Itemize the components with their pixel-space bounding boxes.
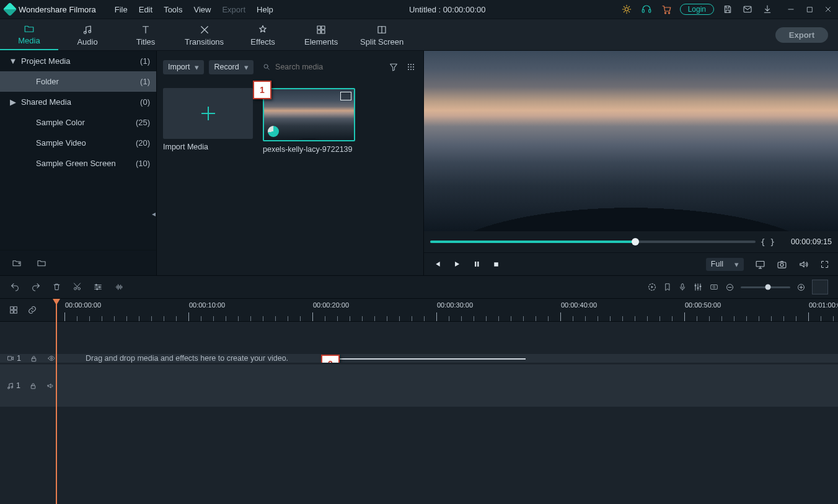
sidebar-item-sample-video[interactable]: Sample Video(20) <box>0 133 156 153</box>
volume-icon[interactable] <box>798 259 809 270</box>
tab-audio[interactable]: Audio <box>58 24 117 50</box>
keyframe-button[interactable] <box>709 283 719 291</box>
tab-media[interactable]: Media <box>0 23 58 50</box>
snapshot-icon[interactable] <box>777 259 787 270</box>
preview-quality-dropdown[interactable]: Full▾ <box>706 258 744 271</box>
brand-name: Wondershare Filmora <box>19 5 96 14</box>
time-ruler[interactable]: 00:00:00:0000:00:10:0000:00:20:0000:00:3… <box>64 299 838 321</box>
delete-button[interactable] <box>52 282 61 292</box>
svg-rect-12 <box>322 30 325 33</box>
audio-mixer-button[interactable] <box>693 282 703 292</box>
svg-rect-40 <box>711 285 718 290</box>
import-media-card[interactable]: Import Media <box>163 88 253 151</box>
zoom-out-button[interactable] <box>725 283 734 292</box>
support-icon[interactable] <box>640 3 653 15</box>
audio-track[interactable]: 1 <box>0 364 838 407</box>
preview-player: { } 00:00:09:15 Full▾ <box>424 51 838 275</box>
svg-point-21 <box>408 69 409 70</box>
import-dropdown[interactable]: Import ▾ <box>163 60 204 74</box>
tab-titles[interactable]: Titles <box>117 24 175 50</box>
tab-transitions[interactable]: Transitions <box>175 24 234 50</box>
cut-button[interactable] <box>73 282 82 292</box>
panel-collapse-handle[interactable]: ◂ <box>152 210 156 218</box>
filter-icon[interactable] <box>387 62 400 72</box>
media-clip-label: pexels-kelly-lacy-9722139 <box>263 145 353 154</box>
prev-frame-button[interactable] <box>433 260 441 268</box>
tab-elements[interactable]: Elements <box>292 24 350 50</box>
sidebar-item-folder[interactable]: Folder(1) <box>0 71 156 92</box>
adjust-button[interactable] <box>93 282 103 292</box>
lock-icon[interactable] <box>29 382 37 390</box>
message-icon[interactable] <box>741 3 754 15</box>
menu-help[interactable]: Help <box>252 2 278 17</box>
search-field[interactable] <box>258 60 382 74</box>
zoom-slider[interactable] <box>741 286 790 288</box>
stop-button[interactable] <box>492 260 500 268</box>
media-sidebar: ▼Project Media(1)Folder(1)▶Shared Media(… <box>0 51 157 275</box>
sidebar-item-project-media[interactable]: ▼Project Media(1) <box>0 51 156 71</box>
svg-rect-39 <box>700 286 702 287</box>
new-folder-icon[interactable] <box>11 258 22 268</box>
video-track[interactable]: 1 Drag and drop media and effects here t… <box>0 354 838 363</box>
minimize-icon[interactable] <box>785 3 797 15</box>
fullscreen-icon[interactable] <box>820 260 829 269</box>
svg-point-23 <box>413 69 414 70</box>
search-input[interactable] <box>274 62 378 72</box>
login-button[interactable]: Login <box>680 4 714 15</box>
menu-edit[interactable]: Edit <box>134 2 157 17</box>
pause-button[interactable] <box>472 260 481 268</box>
grid-view-icon[interactable] <box>405 62 417 72</box>
redo-button[interactable] <box>31 282 41 292</box>
undo-button[interactable] <box>10 282 20 292</box>
sidebar-item-shared-media[interactable]: ▶Shared Media(0) <box>0 92 156 112</box>
timeline-view-button[interactable] <box>812 280 828 294</box>
download-icon[interactable] <box>761 3 774 15</box>
seek-knob-icon[interactable] <box>632 238 639 245</box>
drop-hint: Drag and drop media and effects here to … <box>86 354 288 363</box>
save-icon[interactable] <box>721 3 734 15</box>
plus-icon <box>201 107 215 120</box>
lock-icon[interactable] <box>30 355 38 363</box>
svg-point-4 <box>668 12 669 14</box>
search-icon <box>263 63 270 71</box>
record-dropdown[interactable]: Record ▾ <box>209 60 253 74</box>
close-icon[interactable] <box>822 3 834 15</box>
callout-two: 2 <box>321 355 340 363</box>
tab-effects[interactable]: Effects <box>234 24 292 50</box>
manage-tracks-icon[interactable] <box>9 305 19 315</box>
sidebar-item-sample-green-screen[interactable]: Sample Green Screen(10) <box>0 153 156 174</box>
document-title: Untitled : 00:00:00:00 <box>278 5 617 14</box>
display-icon[interactable] <box>755 259 765 270</box>
menu-tools[interactable]: Tools <box>159 2 187 17</box>
audio-wave-button[interactable] <box>114 282 124 292</box>
media-clip-card[interactable]: 1 pexels-kelly-lacy-9722139 <box>263 88 353 154</box>
zoom-in-button[interactable] <box>796 283 806 292</box>
menu-view[interactable]: View <box>188 2 216 17</box>
sidebar-item-sample-color[interactable]: Sample Color(25) <box>0 112 156 133</box>
link-icon[interactable] <box>27 305 37 315</box>
render-preview-button[interactable] <box>647 282 657 292</box>
menu-file[interactable]: File <box>110 2 133 17</box>
maximize-icon[interactable] <box>803 3 816 15</box>
folder-icon[interactable] <box>36 258 47 268</box>
cart-icon[interactable] <box>660 3 673 15</box>
export-button: Export <box>775 27 828 43</box>
marker-button[interactable] <box>663 282 672 292</box>
svg-rect-38 <box>697 288 699 289</box>
preview-video[interactable] <box>424 51 838 231</box>
svg-point-52 <box>11 386 13 388</box>
voiceover-button[interactable] <box>678 282 687 292</box>
mark-in-icon[interactable]: { <box>761 237 765 247</box>
play-button[interactable] <box>452 260 461 268</box>
svg-point-8 <box>89 30 91 33</box>
svg-rect-53 <box>31 385 35 388</box>
mark-out-icon[interactable]: } <box>770 237 775 247</box>
effects-store-icon[interactable] <box>620 3 633 15</box>
seek-bar[interactable] <box>430 241 756 243</box>
category-tabs: MediaAudioTitlesTransitionsEffectsElemen… <box>0 19 838 51</box>
mute-icon[interactable] <box>46 382 55 390</box>
svg-rect-46 <box>14 311 17 314</box>
tab-split-screen[interactable]: Split Screen <box>350 24 413 50</box>
visibility-icon[interactable] <box>46 355 56 362</box>
svg-point-33 <box>99 286 100 288</box>
